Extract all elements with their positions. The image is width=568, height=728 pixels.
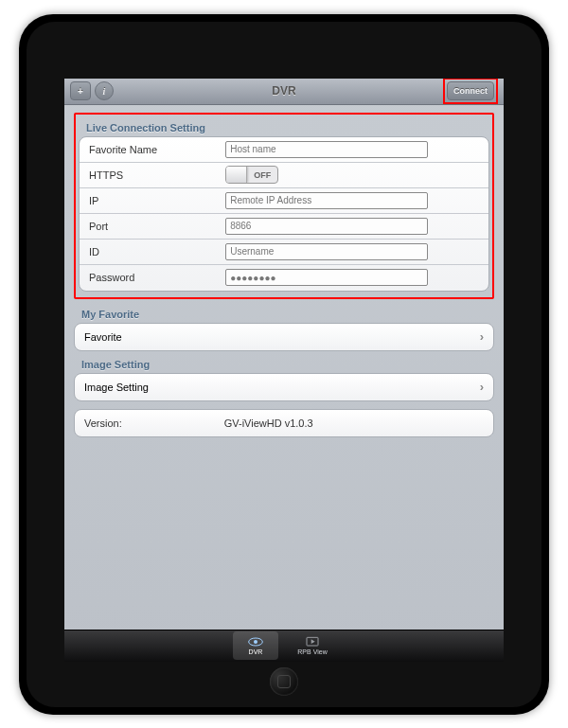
live-connection-card: Favorite Name HTTPS OFF (79, 136, 489, 292)
navbar: + i DVR Connect (64, 79, 504, 105)
favorite-row-label: Favorite (84, 331, 122, 343)
connect-button[interactable]: Connect (447, 81, 494, 100)
favorite-name-label: Favorite Name (89, 144, 225, 155)
svg-marker-3 (311, 639, 315, 644)
image-setting-header: Image Setting (74, 355, 494, 373)
row-id: ID (80, 240, 488, 265)
https-toggle[interactable]: OFF (225, 166, 278, 184)
toggle-state-label: OFF (247, 170, 277, 180)
home-button[interactable] (270, 667, 298, 696)
eye-icon (248, 636, 263, 648)
favorite-row[interactable]: Favorite › (75, 324, 493, 350)
id-label: ID (89, 246, 225, 257)
row-favorite-name: Favorite Name (80, 137, 488, 163)
favorite-name-input[interactable] (225, 141, 428, 158)
toggle-knob (226, 167, 247, 183)
add-button[interactable]: + (70, 81, 91, 100)
live-connection-highlight: Live Connection Setting Favorite Name HT… (74, 113, 494, 299)
tab-dvr[interactable]: DVR (233, 631, 278, 660)
tab-rpb-label: RPB View (297, 648, 327, 655)
row-port: Port (80, 214, 488, 240)
password-input[interactable] (225, 269, 428, 286)
live-connection-header: Live Connection Setting (79, 118, 489, 136)
port-input[interactable] (225, 218, 428, 235)
port-label: Port (89, 221, 225, 232)
screen: + i DVR Connect Live Connection Setting … (64, 79, 504, 662)
chevron-right-icon: › (480, 329, 484, 344)
info-button[interactable]: i (95, 81, 114, 100)
id-input[interactable] (225, 243, 428, 260)
ipad-bezel: + i DVR Connect Live Connection Setting … (19, 14, 549, 715)
my-favorite-card: Favorite › (74, 323, 494, 351)
image-setting-row-label: Image Setting (84, 382, 149, 393)
row-password: Password (80, 265, 488, 291)
version-label: Version: (84, 417, 224, 429)
my-favorite-header: My Favorite (74, 305, 494, 323)
version-row: Version: GV-iViewHD v1.0.3 (75, 410, 493, 436)
ip-label: IP (89, 195, 225, 206)
play-screen-icon (305, 636, 320, 648)
image-setting-row[interactable]: Image Setting › (75, 374, 493, 400)
version-card: Version: GV-iViewHD v1.0.3 (74, 409, 494, 437)
row-ip: IP (80, 188, 488, 214)
https-label: HTTPS (89, 169, 225, 181)
image-setting-card: Image Setting › (74, 373, 494, 401)
password-label: Password (89, 272, 225, 283)
tab-rpb-view[interactable]: RPB View (290, 631, 335, 660)
tab-dvr-label: DVR (249, 648, 263, 655)
page-title: DVR (64, 84, 504, 98)
version-value: GV-iViewHD v1.0.3 (224, 417, 484, 429)
content-scroll: Live Connection Setting Favorite Name HT… (64, 105, 504, 630)
ipad-inner: + i DVR Connect Live Connection Setting … (27, 22, 541, 707)
tab-bar: DVR RPB View (64, 630, 504, 662)
svg-point-1 (254, 640, 257, 644)
row-https: HTTPS OFF (80, 163, 488, 188)
ip-input[interactable] (225, 192, 428, 209)
chevron-right-icon: › (480, 380, 484, 394)
connect-highlight: Connect (443, 79, 498, 105)
